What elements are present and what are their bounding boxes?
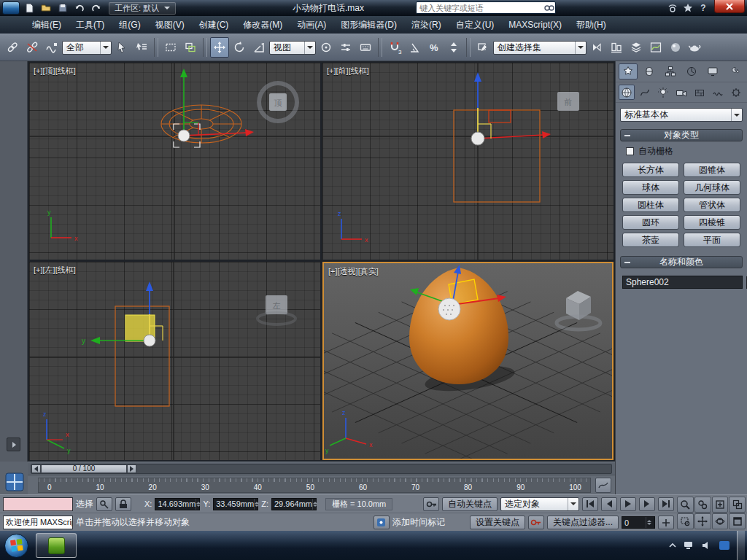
autogrid-checkbox[interactable] [626, 147, 634, 155]
previous-frame-button[interactable] [601, 497, 617, 511]
application-menu-icon[interactable] [2, 1, 20, 15]
tab-modify[interactable] [640, 63, 659, 79]
current-frame-field[interactable]: 0 [622, 516, 655, 529]
favorites-star-icon[interactable] [682, 2, 694, 14]
viewport-left[interactable]: [+][左][线框] y 左 z [29, 262, 320, 460]
pan-view-icon[interactable] [694, 513, 711, 529]
select-and-rotate-icon[interactable] [230, 37, 249, 58]
button-tube[interactable]: 管状体 [684, 198, 740, 212]
reference-coordinate-dropdown[interactable]: 视图 [269, 41, 316, 55]
window-crossing-toggle-icon[interactable] [181, 37, 200, 58]
button-pyramid[interactable]: 四棱锥 [684, 215, 740, 230]
viewport-front-label[interactable]: [+][前][线框] [327, 66, 369, 77]
category-cameras-icon[interactable] [673, 85, 689, 100]
redo-icon[interactable] [88, 1, 104, 15]
add-time-tag-label[interactable]: 添加时间标记 [392, 516, 445, 529]
sphere-object[interactable] [438, 298, 460, 320]
open-file-icon[interactable] [38, 1, 53, 15]
save-file-icon[interactable] [55, 1, 70, 15]
menu-modifiers[interactable]: 修改器(M) [236, 16, 290, 34]
menu-help[interactable]: 帮助(H) [569, 16, 614, 34]
menu-graph-editors[interactable]: 图形编辑器(D) [333, 16, 404, 34]
y-coordinate-field[interactable]: 33.459mm [213, 498, 258, 510]
menu-group[interactable]: 组(G) [112, 16, 147, 34]
named-selection-sets-dropdown[interactable]: 创建选择集 [493, 41, 587, 55]
button-sphere[interactable]: 球体 [622, 180, 679, 195]
track-bar-ruler[interactable]: 0 10 20 30 40 50 60 70 80 90 100 [38, 478, 591, 493]
tab-display[interactable] [703, 63, 722, 79]
key-mode-toggle-icon[interactable] [658, 516, 674, 529]
x-coordinate-field[interactable]: 14.693mm [155, 498, 200, 510]
tray-expand-icon[interactable] [668, 542, 677, 549]
viewport-front[interactable]: [+][前][线框] 前 z x [322, 63, 614, 260]
menu-views[interactable]: 视图(V) [148, 16, 192, 34]
zoom-icon[interactable] [677, 497, 694, 513]
macro-recorder-field[interactable] [3, 497, 73, 511]
help-icon[interactable]: ? [697, 1, 709, 15]
select-and-manipulate-icon[interactable] [336, 37, 355, 58]
viewcube[interactable]: 左 [258, 295, 295, 324]
name-color-rollout[interactable]: 名称和颜色 [620, 256, 743, 268]
button-box[interactable]: 长方体 [622, 163, 679, 177]
communication-center-icon[interactable] [667, 2, 678, 14]
orbit-icon[interactable] [712, 513, 729, 529]
start-button[interactable] [4, 534, 28, 558]
object-name-field[interactable] [622, 276, 743, 289]
viewport-perspective-label[interactable]: [+][透视][真实] [328, 266, 379, 277]
spinner-icon[interactable] [646, 517, 652, 528]
viewport-left-label[interactable]: [+][左][线框] [34, 265, 76, 276]
frame-back-button[interactable] [31, 464, 41, 473]
go-to-end-button[interactable] [658, 497, 674, 511]
menu-create[interactable]: 创建(C) [192, 16, 236, 34]
z-coordinate-field[interactable]: 29.964mm [271, 498, 317, 510]
workspace-dropdown[interactable]: 工作区: 默认 [109, 2, 176, 15]
align-icon[interactable] [607, 37, 626, 58]
category-geometry-icon[interactable] [619, 85, 635, 100]
egg-bounding-wireframe[interactable] [454, 110, 540, 202]
category-space-warps-icon[interactable] [710, 85, 726, 100]
time-slider-track[interactable]: 0 / 100 [31, 464, 612, 474]
close-button[interactable] [714, 0, 745, 13]
button-teapot[interactable]: 茶壶 [622, 233, 679, 247]
use-pivot-point-center-icon[interactable] [317, 37, 336, 58]
select-object-icon[interactable] [112, 37, 131, 58]
edit-named-selection-sets-icon[interactable] [473, 37, 492, 58]
button-geosphere[interactable]: 几何球体 [684, 180, 740, 195]
key-filters-key-icon[interactable] [528, 516, 544, 529]
frame-forward-button[interactable] [127, 464, 136, 473]
key-filters-button[interactable]: 关键点过滤器... [547, 516, 619, 529]
tab-motion[interactable] [682, 63, 701, 79]
viewport-top-label[interactable]: [+][顶][线框] [34, 66, 76, 77]
select-and-move-icon[interactable] [210, 37, 229, 58]
keyboard-shortcut-override-icon[interactable] [356, 37, 375, 58]
spinner-icon[interactable] [254, 499, 259, 510]
zoom-region-icon[interactable] [677, 513, 694, 529]
select-and-link-icon[interactable] [3, 37, 22, 58]
button-cone[interactable]: 圆锥体 [684, 163, 740, 177]
button-cylinder[interactable]: 圆柱体 [622, 198, 679, 212]
spinner-icon[interactable] [196, 499, 201, 510]
viewcube[interactable] [557, 291, 600, 330]
search-input[interactable] [417, 4, 543, 12]
viewcube[interactable]: 顶 [259, 83, 297, 121]
viewport-top[interactable]: [+][顶][线框] [29, 63, 320, 260]
tray-network-icon[interactable] [684, 540, 695, 551]
category-systems-icon[interactable] [728, 85, 744, 100]
sphere-object[interactable] [471, 132, 484, 145]
snaps-toggle-icon[interactable]: 3 [385, 37, 404, 58]
select-by-name-icon[interactable] [132, 37, 151, 58]
new-scene-icon[interactable] [21, 1, 36, 15]
unlink-selection-icon[interactable] [23, 37, 42, 58]
zoom-all-icon[interactable] [694, 497, 711, 513]
menu-maxscript[interactable]: MAXScript(X) [501, 16, 569, 34]
viewport-layout-tabs-icon[interactable] [4, 471, 26, 493]
selected-objects-dropdown[interactable]: 选定对象 [500, 497, 579, 511]
sphere-object[interactable] [178, 130, 190, 141]
search-binoculars-icon[interactable] [543, 2, 555, 13]
open-mini-curve-editor-button[interactable] [595, 478, 611, 493]
set-key-mode-icon[interactable] [423, 497, 439, 511]
menu-customize[interactable]: 自定义(U) [449, 16, 502, 34]
category-lights-icon[interactable] [655, 85, 671, 100]
button-torus[interactable]: 圆环 [622, 215, 679, 230]
selection-lock-icon[interactable] [115, 497, 131, 511]
